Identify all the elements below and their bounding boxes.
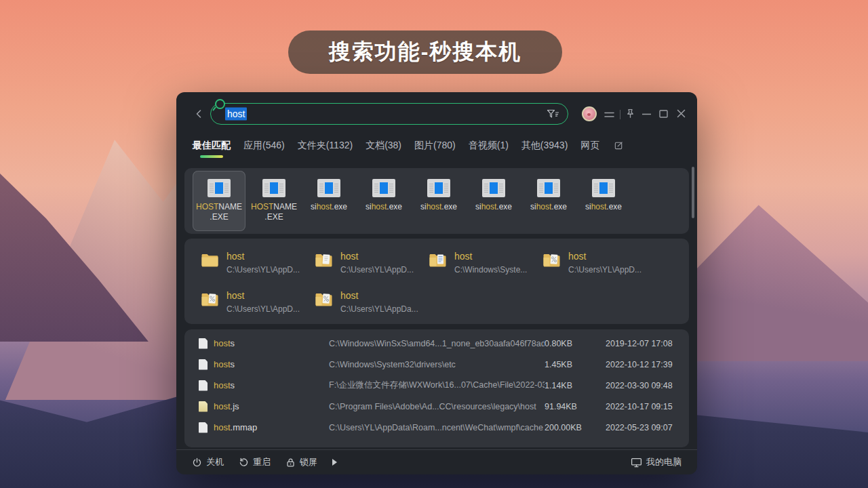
minimize-button[interactable]: [642, 113, 651, 115]
file-result[interactable]: host.js C:\Program Files\Adobe\Ad...CC\r…: [184, 396, 689, 417]
file-date: 2022-10-17 09:15: [606, 402, 689, 411]
page-title: 搜索功能-秒搜本机: [288, 30, 562, 74]
apps-result-panel: HOSTNAME .EXE HOSTNAME .EXE sihost.exe: [184, 168, 689, 234]
tab-others[interactable]: 其他(3943): [521, 135, 568, 158]
lock-label: 锁屏: [300, 456, 317, 468]
file-name: host.mmap: [214, 422, 329, 432]
maximize-button[interactable]: [659, 110, 668, 118]
tab-web[interactable]: 网页: [580, 135, 599, 158]
file-name: hosts: [214, 338, 329, 348]
exe-app-icon: [372, 179, 395, 197]
file-result[interactable]: hosts F:\企业微信文件存储\WXWork\16...07\Cache\F…: [184, 375, 689, 396]
restart-button[interactable]: 重启: [239, 456, 271, 468]
tab-images[interactable]: 图片(780): [414, 135, 456, 158]
file-date: 2019-12-07 17:08: [606, 339, 689, 348]
file-path: C:\Windows\WinSxS\amd64...1_none_eb30aaf…: [329, 339, 545, 348]
tab-label: 最佳匹配: [193, 140, 231, 150]
file-size: 91.94KB: [545, 402, 606, 411]
folder-result[interactable]: hostC:\Users\YL\AppD...: [315, 251, 429, 290]
files-result-panel: hosts C:\Windows\WinSxS\amd64...1_none_e…: [184, 329, 689, 447]
app-label: sihost.exe: [311, 202, 347, 212]
shutdown-button[interactable]: 关机: [192, 456, 224, 468]
exe-app-icon: [482, 179, 505, 197]
exe-app-icon: [537, 179, 560, 197]
filter-icon[interactable]: [546, 108, 559, 119]
tab-media[interactable]: 音视频(1): [469, 135, 509, 158]
app-label: sihost.exe: [366, 202, 402, 212]
restart-icon: [239, 458, 249, 468]
menu-icon[interactable]: [604, 112, 614, 118]
back-button[interactable]: [194, 108, 203, 119]
exe-app-icon: [208, 179, 231, 197]
file-name: hosts: [214, 380, 329, 390]
folder-system-icon: [429, 252, 447, 268]
header-divider: [620, 110, 620, 119]
file-result[interactable]: hosts C:\Windows\WinSxS\amd64...1_none_e…: [184, 333, 689, 354]
footer-bar: 关机 重启 锁屏: [176, 449, 697, 474]
tab-label: 其他(3943): [521, 140, 568, 150]
folder-percent-icon: [315, 291, 333, 307]
file-result[interactable]: hosts C:\Windows\System32\drivers\etc 1.…: [184, 354, 689, 375]
tab-label: 图片(780): [414, 140, 456, 150]
document-icon: [199, 380, 208, 391]
tab-label: 应用(546): [243, 140, 285, 150]
folders-result-panel: hostC:\Users\YL\AppD... hostC:\Users\YL\…: [184, 239, 689, 324]
tab-apps[interactable]: 应用(546): [243, 135, 285, 158]
app-result-sihost[interactable]: sihost.exe: [577, 171, 630, 231]
tab-documents[interactable]: 文档(38): [366, 135, 401, 158]
search-input[interactable]: host: [210, 103, 568, 125]
result-tabs: 最佳匹配 应用(546) 文件夹(1132) 文档(38) 图片(780) 音视…: [193, 135, 624, 158]
expand-arrow-icon[interactable]: [332, 459, 337, 466]
app-result-sihost[interactable]: sihost.exe: [522, 171, 575, 231]
tab-label: 文档(38): [366, 140, 401, 150]
search-query-selected-text[interactable]: host: [225, 108, 247, 121]
app-result-sihost[interactable]: sihost.exe: [412, 171, 465, 231]
restart-label: 重启: [253, 456, 271, 468]
folder-doc-icon: [315, 252, 333, 268]
app-result-sihost[interactable]: sihost.exe: [467, 171, 520, 231]
tab-folders[interactable]: 文件夹(1132): [298, 135, 353, 158]
folder-result[interactable]: hostC:\Users\YL\AppD...: [201, 251, 315, 290]
close-button[interactable]: [677, 109, 686, 118]
app-result-sihost[interactable]: sihost.exe: [357, 171, 410, 231]
tab-label: 网页: [580, 140, 599, 150]
file-date: 2022-03-30 09:48: [606, 381, 689, 390]
file-name: hosts: [214, 359, 329, 369]
app-result-hostname[interactable]: HOSTNAME .EXE: [248, 171, 300, 231]
edit-tabs-icon[interactable]: [614, 140, 624, 150]
lock-screen-button[interactable]: 锁屏: [285, 456, 317, 468]
file-size: 200.00KB: [545, 423, 606, 432]
exe-app-icon: [592, 179, 615, 197]
file-size: 1.14KB: [545, 381, 606, 390]
user-avatar[interactable]: [582, 106, 597, 121]
scrollbar-thumb[interactable]: [692, 167, 694, 218]
screen: 搜索功能-秒搜本机 host: [0, 0, 868, 488]
my-computer-button[interactable]: 我的电脑: [631, 456, 682, 468]
folder-result[interactable]: hostC:\Users\YL\AppDa...: [315, 290, 429, 329]
file-name: host.js: [214, 401, 329, 411]
lock-icon: [285, 458, 296, 468]
search-icon: [215, 99, 225, 109]
file-result[interactable]: host.mmap C:\Users\YL\AppData\Roam...nce…: [184, 417, 689, 438]
app-label: sihost.exe: [585, 202, 622, 212]
app-label: sihost.exe: [530, 202, 567, 212]
pin-icon[interactable]: [625, 108, 636, 119]
tab-label: 音视频(1): [469, 140, 509, 150]
file-size: 0.80KB: [545, 339, 606, 348]
folder-icon: [201, 252, 219, 268]
file-size: 1.45KB: [545, 360, 606, 369]
app-result-sihost[interactable]: sihost.exe: [302, 171, 355, 231]
tab-label: 文件夹(1132): [298, 140, 353, 150]
file-path: C:\Windows\System32\drivers\etc: [329, 360, 545, 369]
document-icon: [199, 422, 208, 433]
monitor-icon: [631, 458, 642, 468]
folder-result[interactable]: hostC:\Users\YL\AppD...: [542, 251, 656, 290]
search-app-window: host: [176, 92, 697, 474]
folder-percent-icon: [542, 252, 561, 268]
folder-result[interactable]: hostC:\Windows\Syste...: [429, 251, 542, 290]
app-result-hostname[interactable]: HOSTNAME .EXE: [193, 171, 245, 231]
tab-best-match[interactable]: 最佳匹配: [193, 135, 231, 158]
my-computer-label: 我的电脑: [646, 456, 682, 468]
folder-result[interactable]: hostC:\Users\YL\AppD...: [201, 290, 315, 329]
document-icon: [199, 359, 208, 370]
